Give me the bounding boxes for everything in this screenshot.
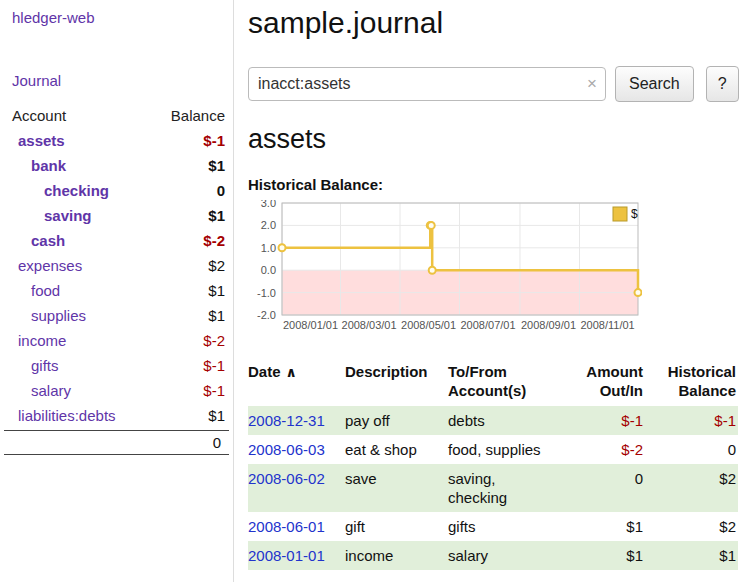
register-tofrom: debts: [448, 406, 570, 435]
svg-text:-1.0: -1.0: [257, 287, 276, 299]
account-row: liabilities:debts $1: [0, 403, 233, 428]
page-title: sample.journal: [248, 6, 740, 40]
register-description: income: [345, 541, 448, 570]
svg-text:2008/05/01: 2008/05/01: [401, 319, 456, 331]
account-link-bank[interactable]: bank: [0, 157, 66, 174]
register-amount: $-1: [621, 412, 643, 429]
svg-text:2008/11/01: 2008/11/01: [580, 319, 634, 331]
register-header-row: Date∧ Description To/From Account(s) Amo…: [248, 360, 738, 406]
account-link-liabilities-debts[interactable]: liabilities:debts: [0, 407, 116, 424]
account-balance: $-2: [203, 332, 225, 349]
header-tofrom: To/From Account(s): [448, 360, 570, 406]
svg-text:1.0: 1.0: [261, 242, 276, 254]
account-balance: $-1: [203, 357, 225, 374]
account-balance: $1: [208, 307, 225, 324]
help-button[interactable]: ?: [706, 66, 739, 102]
account-balance: $2: [208, 257, 225, 274]
account-row: checking 0: [0, 178, 233, 203]
register-row: 2008-06-02 save saving, checking 0 $2: [248, 464, 738, 512]
register-description: gift: [345, 512, 448, 541]
register-description: pay off: [345, 406, 448, 435]
register-description: eat & shop: [345, 435, 448, 464]
register-table: Date∧ Description To/From Account(s) Amo…: [248, 360, 738, 570]
svg-text:-2.0: -2.0: [257, 309, 276, 321]
register-row: 2008-12-31 pay off debts $-1 $-1: [248, 406, 738, 435]
header-date[interactable]: Date∧: [248, 360, 345, 406]
register-date-link[interactable]: 2008-06-02: [248, 470, 325, 487]
account-link-assets[interactable]: assets: [0, 132, 65, 149]
register-row: 2008-06-03 eat & shop food, supplies $-2…: [248, 435, 738, 464]
account-link-food[interactable]: food: [0, 282, 60, 299]
account-balance: $-1: [203, 382, 225, 399]
register-balance: 0: [728, 441, 736, 458]
accounts-total-value: 0: [213, 434, 221, 451]
register-row: 2008-01-01 income salary $1 $1: [248, 541, 738, 570]
account-balance: $1: [208, 207, 225, 224]
svg-text:2008/01/01: 2008/01/01: [283, 319, 338, 331]
account-link-gifts[interactable]: gifts: [0, 357, 59, 374]
svg-text:$: $: [631, 207, 638, 221]
account-row: income $-2: [0, 328, 233, 353]
main-content: sample.journal × Search ? assets Histori…: [248, 0, 740, 570]
account-balance: $-1: [203, 132, 225, 149]
account-row: food $1: [0, 278, 233, 303]
balance-chart: 3.02.01.00.0-1.0-2.02008/01/012008/03/01…: [248, 200, 740, 338]
chart-title: Historical Balance:: [248, 176, 740, 193]
account-row: assets $-1: [0, 128, 233, 153]
register-amount: 0: [635, 470, 643, 487]
account-link-checking[interactable]: checking: [0, 182, 109, 199]
accounts-total-row: 0: [4, 430, 229, 455]
register-tofrom: saving, checking: [448, 464, 570, 512]
account-row: saving $1: [0, 203, 233, 228]
search-form: × Search ?: [248, 66, 740, 102]
account-row: gifts $-1: [0, 353, 233, 378]
account-row: salary $-1: [0, 378, 233, 403]
register-date-link[interactable]: 2008-06-01: [248, 518, 325, 535]
search-box: ×: [248, 67, 606, 101]
svg-text:3.0: 3.0: [261, 200, 276, 209]
clear-icon[interactable]: ×: [587, 74, 597, 94]
account-link-cash[interactable]: cash: [0, 232, 65, 249]
register-amount: $-2: [621, 441, 643, 458]
svg-text:2008/09/01: 2008/09/01: [521, 319, 576, 331]
account-balance: $1: [208, 407, 225, 424]
register-balance: $2: [719, 518, 736, 535]
register-date-link[interactable]: 2008-06-03: [248, 441, 325, 458]
accounts-tree: Account Balance assets $-1 bank $1 check…: [0, 103, 233, 455]
register-tofrom: food, supplies: [448, 435, 570, 464]
header-balance: Historical Balance: [645, 360, 738, 406]
register-date-link[interactable]: 2008-12-31: [248, 412, 325, 429]
accounts-header-account: Account: [12, 107, 66, 124]
svg-text:2.0: 2.0: [261, 219, 276, 231]
register-date-link[interactable]: 2008-01-01: [248, 547, 325, 564]
header-date-label: Date: [248, 363, 281, 380]
register-row: 2008-06-01 gift gifts $1 $2: [248, 512, 738, 541]
account-link-income[interactable]: income: [0, 332, 66, 349]
register-tofrom: salary: [448, 541, 570, 570]
search-input[interactable]: [248, 67, 606, 101]
register-balance: $-1: [714, 412, 736, 429]
account-link-expenses[interactable]: expenses: [0, 257, 82, 274]
account-link-saving[interactable]: saving: [0, 207, 92, 224]
header-description: Description: [345, 360, 448, 406]
account-heading: assets: [248, 124, 740, 155]
account-balance: $1: [208, 282, 225, 299]
account-balance: $1: [208, 157, 225, 174]
balance-chart-svg: 3.02.01.00.0-1.0-2.02008/01/012008/03/01…: [248, 200, 642, 334]
sidebar: hledger-web Journal Account Balance asse…: [0, 0, 234, 582]
account-row: cash $-2: [0, 228, 233, 253]
register-tofrom: gifts: [448, 512, 570, 541]
accounts-header: Account Balance: [0, 103, 233, 128]
accounts-header-balance: Balance: [171, 107, 225, 124]
app-title-link[interactable]: hledger-web: [0, 0, 233, 26]
svg-text:2008/03/01: 2008/03/01: [342, 319, 397, 331]
sidebar-item-journal[interactable]: Journal: [0, 26, 233, 89]
register-amount: $1: [626, 547, 643, 564]
account-balance: $-2: [203, 232, 225, 249]
svg-text:0.0: 0.0: [261, 264, 276, 276]
account-row: bank $1: [0, 153, 233, 178]
header-amount: Amount Out/In: [570, 360, 645, 406]
account-link-supplies[interactable]: supplies: [0, 307, 86, 324]
search-button[interactable]: Search: [615, 66, 694, 102]
account-link-salary[interactable]: salary: [0, 382, 71, 399]
